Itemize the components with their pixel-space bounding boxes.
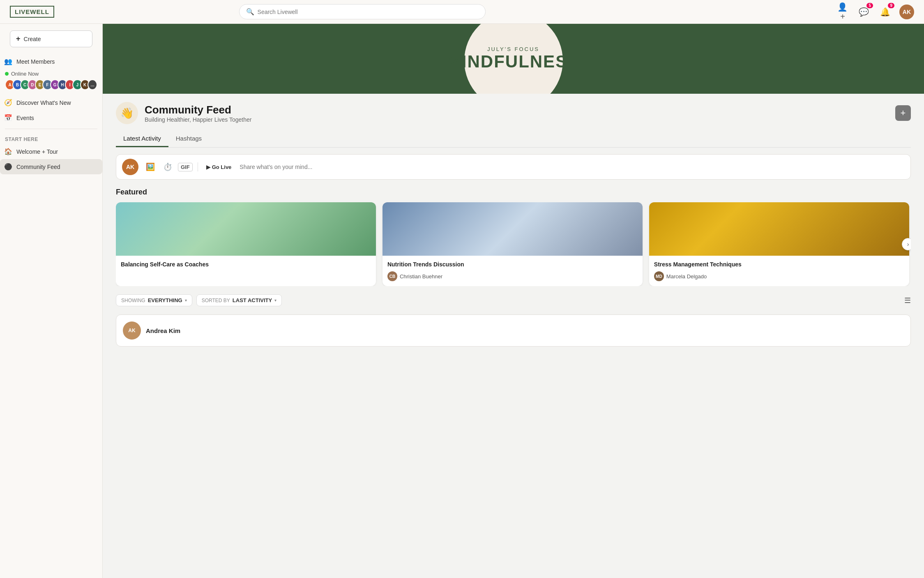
sidebar-meet-members-label: Meet Members (16, 58, 55, 65)
online-now-row: Online Now (5, 71, 97, 77)
people-icon: 👥 (4, 58, 12, 65)
online-avatar-more[interactable]: … (88, 79, 97, 90)
post-author-name: Andrea Kim (146, 327, 180, 334)
sidebar-events-label: Events (16, 115, 34, 121)
photo-button[interactable]: 🖼️ (143, 161, 157, 173)
bell-icon: 🔔 (880, 7, 890, 17)
create-button[interactable]: + Create (10, 30, 92, 47)
compass-icon: 🧭 (4, 99, 12, 106)
sidebar-item-welcome-tour[interactable]: 🏠 Welcome + Tour (0, 144, 102, 159)
showing-filter[interactable]: SHOWING EVERYTHING ▾ (116, 294, 192, 306)
search-input[interactable] (258, 9, 479, 15)
card-title-2: Stress Management Techniques (654, 261, 904, 268)
sorted-by-value: LAST ACTIVITY (233, 297, 272, 303)
gif-button[interactable]: GIF (178, 163, 193, 171)
card-title-0: Balancing Self-Care as Coaches (121, 261, 371, 268)
post-box: AK 🖼️ ⏱️ GIF ▶ Go Live (116, 154, 911, 180)
card-author-1: CB Christian Buehner (387, 271, 638, 281)
sorted-by-dropdown-arrow: ▾ (274, 298, 277, 303)
author-name-1: Christian Buehner (400, 273, 442, 280)
sidebar: + Create 👥 Meet Members Online Now A B C… (0, 24, 103, 578)
sorted-by-filter[interactable]: SORTED BY LAST ACTIVITY ▾ (196, 294, 282, 306)
notifications-button[interactable]: 🔔 9 (878, 5, 893, 19)
add-member-button[interactable]: 👤+ (835, 5, 850, 19)
sidebar-welcome-tour-label: Welcome + Tour (16, 148, 58, 155)
showing-dropdown-arrow: ▾ (185, 298, 187, 303)
card-image-sunflower (649, 202, 909, 256)
sidebar-create-section: + Create (0, 30, 102, 47)
go-live-button[interactable]: ▶ Go Live (203, 162, 235, 172)
sidebar-divider (5, 129, 97, 129)
tab-latest-activity[interactable]: Latest Activity (116, 131, 168, 147)
community-info: Community Feed Building Healthier, Happi… (145, 104, 889, 123)
sidebar-item-community-feed[interactable]: ⚫ Community Feed (0, 159, 102, 174)
post-preview: AK Andrea Kim (116, 314, 911, 347)
featured-card-2[interactable]: Stress Management Techniques MD Marcela … (649, 202, 909, 286)
hero-focus-label: JULY'S FOCUS (447, 46, 580, 52)
top-nav: LIVEWELL 🔍 👤+ 💬 5 🔔 9 AK (0, 0, 924, 24)
start-here-heading: Start Here (0, 132, 102, 144)
filter-bar: SHOWING EVERYTHING ▾ SORTED BY LAST ACTI… (116, 294, 911, 311)
view-toggle-button[interactable]: ☰ (904, 296, 911, 305)
feed-tabs: Latest Activity Hashtags (116, 131, 911, 148)
post-input[interactable] (240, 164, 905, 170)
card-body-1: Nutrition Trends Discussion CB Christian… (383, 256, 643, 286)
sidebar-discover-label: Discover What's New (16, 99, 71, 106)
showing-label: SHOWING (121, 298, 145, 303)
hero-text-block: JULY'S FOCUS MINDFULNESS (447, 46, 580, 71)
notifications-badge: 9 (888, 3, 894, 8)
chat-icon: 💬 (859, 7, 869, 17)
current-user-avatar: AK (122, 159, 138, 175)
join-button[interactable]: + (895, 105, 911, 121)
post-action-buttons: 🖼️ ⏱️ GIF (143, 161, 193, 173)
video-icon: ▶ (206, 164, 210, 170)
author-avatar-1: CB (387, 271, 397, 281)
main-layout: + Create 👥 Meet Members Online Now A B C… (0, 24, 924, 578)
tab-hashtags[interactable]: Hashtags (168, 131, 209, 147)
sorted-by-label: SORTED BY (202, 298, 230, 303)
card-body-0: Balancing Self-Care as Coaches (116, 256, 376, 276)
sidebar-item-events[interactable]: 📅 Events (0, 110, 102, 125)
circle-icon: ⚫ (4, 163, 12, 171)
online-avatars-row: A B C D E F G H I J K … (0, 79, 102, 90)
community-subtitle: Building Healthier, Happier Lives Togeth… (145, 116, 889, 123)
sidebar-community-feed-label: Community Feed (16, 164, 60, 170)
home-icon: 🏠 (4, 148, 12, 155)
messages-button[interactable]: 💬 5 (857, 5, 871, 19)
author-name-2: Marcela Delgado (666, 273, 707, 280)
user-avatar[interactable]: AK (899, 5, 914, 19)
feed-container: 👋 Community Feed Building Healthier, Hap… (103, 94, 924, 355)
logo[interactable]: LIVEWELL (10, 6, 54, 18)
post-author-avatar: AK (123, 321, 141, 340)
sidebar-item-discover[interactable]: 🧭 Discover What's New (0, 95, 102, 110)
card-title-1: Nutrition Trends Discussion (387, 261, 638, 268)
nav-right: 👤+ 💬 5 🔔 9 AK (835, 5, 914, 19)
divider (198, 162, 198, 171)
featured-card-1[interactable]: Nutrition Trends Discussion CB Christian… (383, 202, 643, 286)
timer-button[interactable]: ⏱️ (161, 161, 175, 173)
card-image-clouds (383, 202, 643, 256)
search-icon: 🔍 (246, 8, 254, 16)
featured-section: Featured Balancing Self-Care as Coaches … (116, 188, 911, 286)
online-dot-indicator (5, 72, 9, 76)
featured-cards-container: Balancing Self-Care as Coaches Nutrition… (116, 202, 911, 286)
sidebar-item-meet-members[interactable]: 👥 Meet Members (0, 54, 102, 69)
hero-banner: JULY'S FOCUS MINDFULNESS (103, 24, 924, 94)
feed-header: 👋 Community Feed Building Healthier, Hap… (116, 102, 911, 124)
calendar-icon: 📅 (4, 114, 12, 122)
card-body-2: Stress Management Techniques MD Marcela … (649, 256, 909, 286)
online-now-label: Online Now (11, 71, 39, 77)
community-icon: 👋 (116, 102, 138, 124)
create-label: Create (24, 36, 41, 42)
community-name: Community Feed (145, 104, 889, 116)
card-image-beach (116, 202, 376, 256)
plus-icon: + (16, 35, 21, 43)
featured-label: Featured (116, 188, 911, 197)
card-author-2: MD Marcela Delgado (654, 271, 904, 281)
featured-card-0[interactable]: Balancing Self-Care as Coaches (116, 202, 376, 286)
main-content: JULY'S FOCUS MINDFULNESS 👋 Community Fee… (103, 24, 924, 578)
showing-value: EVERYTHING (148, 297, 182, 303)
hero-title: MINDFULNESS (447, 52, 580, 71)
carousel-next-button[interactable]: › (902, 238, 911, 250)
search-bar: 🔍 (239, 4, 486, 19)
